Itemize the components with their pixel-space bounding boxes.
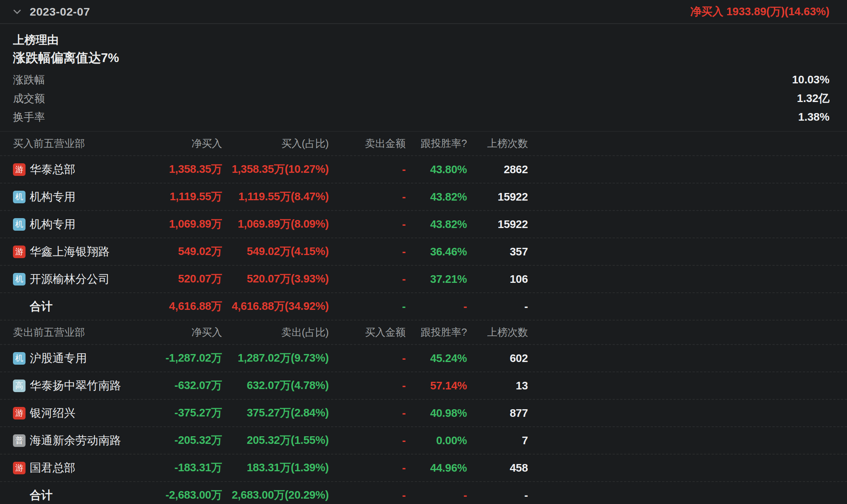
table-row[interactable]: 机开源榆林分公司520.07万520.07万(3.93%)-37.21%106 <box>0 266 847 293</box>
cell-ratio: 1,287.02万(9.73%) <box>222 351 329 366</box>
cell-list-count: 458 <box>467 462 528 474</box>
cell-amount: - <box>329 462 406 474</box>
branch-name: 银河绍兴 <box>30 405 75 421</box>
stat-label: 成交额 <box>13 91 45 106</box>
table-buy-top5: 买入前五营业部净买入买入(占比)卖出金额跟投胜率?上榜次数游华泰总部1,358.… <box>0 132 847 321</box>
cell-amount: - <box>329 163 406 176</box>
cell-net-buy: -183.31万 <box>141 460 222 475</box>
cell-win-rate: 45.24% <box>406 352 467 365</box>
cell-list-count: - <box>467 489 528 502</box>
cell-net-buy: -632.07万 <box>141 378 222 393</box>
branch-type-badge: 机 <box>13 352 26 365</box>
cell-amount: - <box>329 246 406 258</box>
branch-name: 海通新余劳动南路 <box>30 433 121 448</box>
table-row[interactable]: 机机构专用1,069.89万1,069.89万(8.09%)-43.82%159… <box>0 211 847 238</box>
cell-win-rate: 43.82% <box>406 191 467 203</box>
column-win-rate-help[interactable]: 跟投胜率? <box>406 137 467 150</box>
summary-stat-row: 换手率1.38% <box>13 108 829 126</box>
cell-win-rate: - <box>406 489 467 502</box>
column-header: 买入金额 <box>329 325 406 339</box>
cell-list-count: 7 <box>467 434 528 447</box>
cell-amount: - <box>329 191 406 203</box>
cell-ratio: 205.32万(1.55%) <box>222 433 329 448</box>
summary-stat-row: 成交额1.32亿 <box>13 89 829 108</box>
cell-ratio: 632.07万(4.78%) <box>222 378 329 393</box>
table-sell-top5: 卖出前五营业部净买入卖出(占比)买入金额跟投胜率?上榜次数机沪股通专用-1,28… <box>0 321 847 504</box>
column-header: 卖出金额 <box>329 137 406 150</box>
cell-net-buy: 1,069.89万 <box>141 217 222 232</box>
column-header: 上榜次数 <box>467 325 528 339</box>
table-row[interactable]: 机沪股通专用-1,287.02万1,287.02万(9.73%)-45.24%6… <box>0 345 847 372</box>
column-branch: 卖出前五营业部 <box>0 325 141 339</box>
branch-cell: 普海通新余劳动南路 <box>0 433 141 448</box>
cell-net-buy: 4,616.88万 <box>141 299 222 314</box>
table-header-row: 卖出前五营业部净买入卖出(占比)买入金额跟投胜率?上榜次数 <box>0 321 847 345</box>
cell-win-rate: 43.80% <box>406 163 467 176</box>
table-row[interactable]: 游华泰总部1,358.35万1,358.35万(10.27%)-43.80%28… <box>0 156 847 183</box>
table-row[interactable]: 游华鑫上海银翔路549.02万549.02万(4.15%)-36.46%357 <box>0 238 847 266</box>
stat-label: 涨跌幅 <box>13 73 45 87</box>
cell-ratio: 2,683.00万(20.29%) <box>222 488 329 503</box>
table-row[interactable]: 普海通新余劳动南路-205.32万205.32万(1.55%)-0.00%7 <box>0 427 847 455</box>
listing-reason-title: 上榜理由 <box>13 32 829 48</box>
cell-amount: - <box>329 218 406 231</box>
cell-win-rate: 43.82% <box>406 218 467 231</box>
branch-name: 机构专用 <box>30 189 75 205</box>
stat-value: 1.32亿 <box>797 91 829 106</box>
total-cell: 合计 <box>0 488 141 503</box>
cell-net-buy: 1,358.35万 <box>141 162 222 177</box>
column-win-rate-help[interactable]: 跟投胜率? <box>406 325 467 339</box>
cell-win-rate: 40.98% <box>406 407 467 419</box>
column-header: 上榜次数 <box>467 137 528 150</box>
branch-name: 华鑫上海银翔路 <box>30 244 110 260</box>
listing-reason-text: 涨跌幅偏离值达7% <box>13 48 829 67</box>
branch-name: 华泰扬中翠竹南路 <box>30 378 121 394</box>
cell-ratio: 520.07万(3.93%) <box>222 271 329 287</box>
table-row[interactable]: 高华泰扬中翠竹南路-632.07万632.07万(4.78%)-57.14%13 <box>0 372 847 400</box>
table-row[interactable]: 机机构专用1,119.55万1,119.55万(8.47%)-43.82%159… <box>0 183 847 211</box>
branch-cell: 机开源榆林分公司 <box>0 271 141 287</box>
total-cell: 合计 <box>0 299 141 314</box>
cell-ratio: 1,069.89万(8.09%) <box>222 217 329 232</box>
branch-name: 机构专用 <box>30 217 75 232</box>
cell-list-count: 357 <box>467 246 528 258</box>
cell-net-buy: 520.07万 <box>141 271 222 287</box>
cell-win-rate: 44.96% <box>406 462 467 474</box>
summary-stats: 涨跌幅10.03%成交额1.32亿换手率1.38% <box>13 70 829 126</box>
stat-value: 1.38% <box>798 111 829 123</box>
cell-list-count: 15922 <box>467 218 528 231</box>
branch-cell: 机沪股通专用 <box>0 351 141 366</box>
cell-amount: - <box>329 352 406 365</box>
table-row[interactable]: 游银河绍兴-375.27万375.27万(2.84%)-40.98%877 <box>0 400 847 427</box>
branch-name: 沪股通专用 <box>30 351 87 366</box>
table-total-row: 合计4,616.88万4,616.88万(34.92%)--- <box>0 293 847 321</box>
summary-section: 上榜理由 涨跌幅偏离值达7% 涨跌幅10.03%成交额1.32亿换手率1.38% <box>0 24 847 126</box>
stat-label: 换手率 <box>13 110 45 124</box>
column-header: 卖出(占比) <box>222 325 329 339</box>
table-row[interactable]: 游国君总部-183.31万183.31万(1.39%)-44.96%458 <box>0 455 847 482</box>
branch-cell: 游华泰总部 <box>0 162 141 177</box>
cell-list-count: 15922 <box>467 191 528 203</box>
cell-net-buy: -1,287.02万 <box>141 351 222 366</box>
branch-cell: 游国君总部 <box>0 460 141 476</box>
cell-win-rate: 57.14% <box>406 380 467 392</box>
cell-ratio: 375.27万(2.84%) <box>222 405 329 421</box>
branch-type-badge: 普 <box>13 434 26 447</box>
tables-container: 买入前五营业部净买入买入(占比)卖出金额跟投胜率?上榜次数游华泰总部1,358.… <box>0 132 847 504</box>
branch-type-badge: 游 <box>13 462 26 474</box>
cell-amount: - <box>329 489 406 502</box>
date-label: 2023-02-07 <box>30 5 90 18</box>
cell-net-buy: -375.27万 <box>141 405 222 421</box>
branch-type-badge: 游 <box>13 407 26 419</box>
table-header-row: 买入前五营业部净买入买入(占比)卖出金额跟投胜率?上榜次数 <box>0 132 847 156</box>
branch-type-badge: 游 <box>13 163 26 176</box>
cell-ratio: 4,616.88万(34.92%) <box>222 299 329 314</box>
stat-value: 10.03% <box>792 73 829 86</box>
cell-list-count: - <box>467 300 528 313</box>
branch-cell: 机机构专用 <box>0 217 141 232</box>
date-header-bar[interactable]: 2023-02-07 净买入 1933.89(万)(14.63%) <box>0 0 847 24</box>
column-header: 净买入 <box>141 325 222 339</box>
branch-type-badge: 游 <box>13 246 26 258</box>
chevron-down-icon[interactable] <box>11 5 24 18</box>
cell-amount: - <box>329 380 406 392</box>
